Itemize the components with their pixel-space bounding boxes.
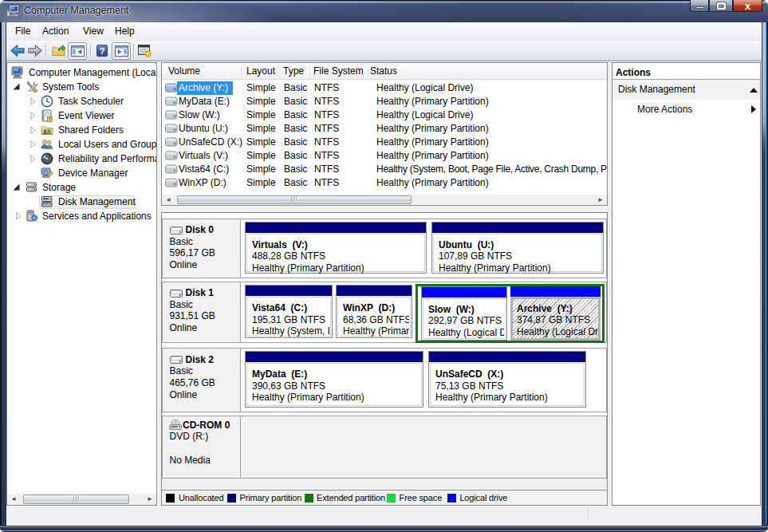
svg-text:!: !: [49, 116, 51, 121]
svg-text:?: ?: [99, 45, 104, 56]
